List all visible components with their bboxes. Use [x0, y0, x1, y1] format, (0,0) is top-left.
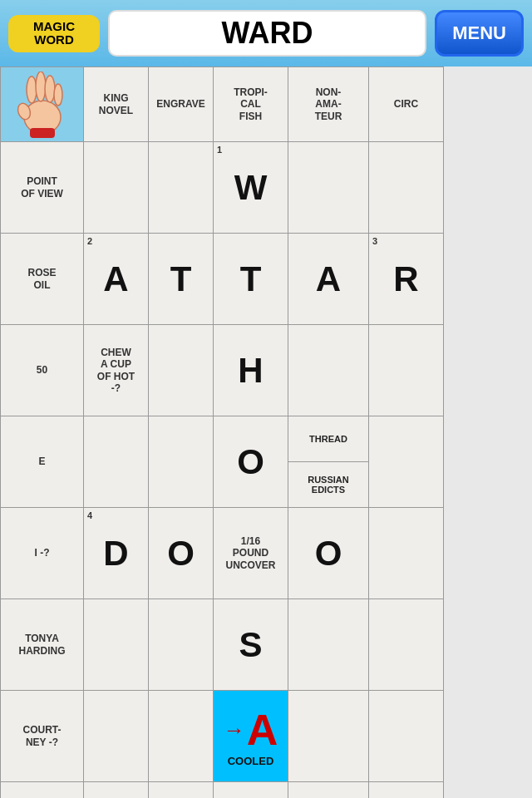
empty-cell[interactable]	[149, 325, 214, 416]
svg-point-4	[45, 76, 55, 102]
cell-number: 3	[372, 236, 377, 246]
table-row: WALLDECO-RATION CHOOREQU	[1, 782, 533, 799]
crossword-grid: KINGNOVEL ENGRAVE TROPI-CALFISH NON-AMA-…	[0, 66, 532, 798]
letter-cell[interactable]: T	[149, 234, 214, 325]
menu-button[interactable]: MENU	[435, 10, 524, 57]
empty-cell[interactable]	[369, 142, 444, 234]
header: MAGIC WORD WARD MENU	[0, 0, 532, 66]
clue-cell: CHEWA CUPOF HOT-?	[84, 325, 149, 416]
clue-cell: TROPI-CALFISH	[214, 67, 288, 142]
cell-number: 1	[217, 145, 222, 155]
clue-cell: 1/16POUNDUNCOVER	[214, 508, 288, 599]
clue-cell: POINTOF VIEW	[1, 142, 84, 234]
empty-cell[interactable]	[84, 599, 149, 691]
letter-cell[interactable]: 4 D	[84, 508, 149, 599]
empty-cell[interactable]	[84, 416, 149, 508]
grid-wrapper: KINGNOVEL ENGRAVE TROPI-CALFISH NON-AMA-…	[0, 66, 532, 798]
split-clue-bottom: RUSSIANEDICTS	[288, 462, 368, 508]
clue-cell: 50	[1, 325, 84, 416]
empty-cell[interactable]	[288, 691, 369, 782]
empty-cell[interactable]	[369, 416, 444, 508]
clue-cell: CHOOREQU	[369, 782, 444, 799]
empty-cell[interactable]	[288, 782, 369, 799]
split-clue-cell: THREAD RUSSIANEDICTS	[288, 416, 369, 508]
magic-word-label: MAGIC WORD	[20, 20, 88, 47]
table-row: 50 CHEWA CUPOF HOT-? H	[1, 325, 533, 416]
empty-cell[interactable]	[84, 782, 149, 799]
empty-cell[interactable]	[288, 599, 369, 691]
table-row: I -? 4 D O 1/16POUNDUNCOVER O	[1, 508, 533, 599]
clue-cell: ENGRAVE	[149, 67, 214, 142]
clue-cell: WALLDECO-RATION	[1, 782, 84, 799]
empty-cell[interactable]	[149, 691, 214, 782]
empty-cell[interactable]	[288, 325, 369, 416]
svg-rect-6	[30, 128, 55, 138]
empty-cell[interactable]	[149, 142, 214, 234]
empty-cell[interactable]	[214, 782, 288, 799]
clue-cell: COURT-NEY -?	[1, 691, 84, 782]
letter-cell[interactable]: S	[214, 599, 288, 691]
cell-number: 2	[87, 236, 92, 246]
letter-cell[interactable]: 1 W	[214, 142, 288, 234]
empty-cell[interactable]	[149, 782, 214, 799]
empty-cell[interactable]	[369, 599, 444, 691]
letter-cell[interactable]: 2 A	[84, 234, 149, 325]
word-display: WARD	[108, 10, 426, 57]
clue-cell: ROSEOIL	[1, 234, 84, 325]
letter-cell[interactable]: 3 R	[369, 234, 444, 325]
table-row: TONYAHARDING S	[1, 599, 533, 691]
hand-icon	[13, 71, 71, 138]
clue-cell: TONYAHARDING	[1, 599, 84, 691]
clue-cell: I -?	[1, 508, 84, 599]
clue-cell: CIRC	[369, 67, 444, 142]
table-row: COURT-NEY -? → A COOLED	[1, 691, 533, 782]
svg-point-3	[36, 71, 46, 101]
empty-cell[interactable]	[84, 142, 149, 234]
svg-point-5	[54, 84, 62, 106]
empty-cell[interactable]	[84, 691, 149, 782]
hand-cell	[1, 67, 84, 142]
table-row: ROSEOIL 2 A T T A 3 R	[1, 234, 533, 325]
empty-cell[interactable]	[149, 599, 214, 691]
cooled-label: COOLED	[215, 755, 286, 767]
split-clue-top: THREAD	[288, 416, 368, 462]
empty-cell[interactable]	[288, 142, 369, 234]
table-row: KINGNOVEL ENGRAVE TROPI-CALFISH NON-AMA-…	[1, 67, 533, 142]
letter-cell[interactable]: O	[288, 508, 369, 599]
letter-cell[interactable]: O	[214, 416, 288, 508]
cell-number: 4	[87, 510, 92, 520]
empty-cell[interactable]	[149, 416, 214, 508]
active-answer-cell[interactable]: → A COOLED	[214, 691, 288, 782]
letter-cell[interactable]: O	[149, 508, 214, 599]
clue-cell: KINGNOVEL	[84, 67, 149, 142]
answer-letter: A	[247, 705, 278, 755]
letter-cell[interactable]: H	[214, 325, 288, 416]
clue-cell: E	[1, 416, 84, 508]
empty-cell[interactable]	[369, 325, 444, 416]
magic-word-box: MAGIC WORD	[8, 15, 100, 52]
table-row: E O THREAD RUSSIANEDICTS	[1, 416, 533, 508]
letter-cell[interactable]: T	[214, 234, 288, 325]
clue-cell: NON-AMA-TEUR	[288, 67, 369, 142]
arrow-icon: →	[224, 717, 245, 743]
empty-cell[interactable]	[369, 508, 444, 599]
letter-cell[interactable]: A	[288, 234, 369, 325]
table-row: POINTOF VIEW 1 W	[1, 142, 533, 234]
svg-point-2	[27, 76, 37, 103]
empty-cell[interactable]	[369, 691, 444, 782]
